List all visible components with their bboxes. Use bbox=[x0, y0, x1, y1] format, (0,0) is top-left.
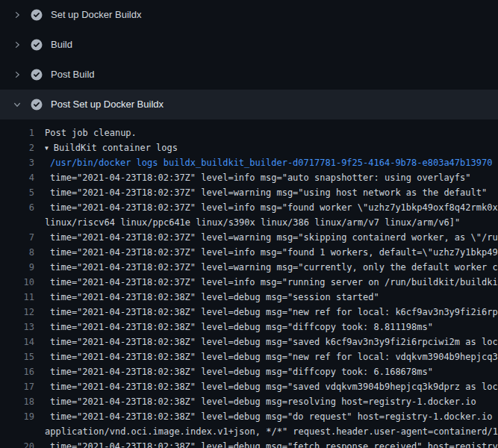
line-text-content: time="2021-04-23T18:02:38Z" level=debug … bbox=[50, 322, 433, 332]
line-text-content: time="2021-04-23T18:02:37Z" level=warnin… bbox=[50, 262, 498, 273]
log-line: linux/riscv64 linux/ppc641e linux/s390x … bbox=[0, 215, 498, 230]
log-line: 1 Post job cleanup. bbox=[0, 125, 498, 140]
log-line: 16 time="2021-04-23T18:02:38Z" level=deb… bbox=[0, 364, 498, 379]
log-line: 5 time="2021-04-23T18:02:37Z" level=warn… bbox=[0, 185, 498, 200]
line-number[interactable]: 17 bbox=[0, 379, 45, 394]
line-text: application/vnd.oci.image.index.v1+json,… bbox=[45, 424, 498, 439]
log-line: 15 time="2021-04-23T18:02:38Z" level=deb… bbox=[0, 349, 498, 364]
line-text: time="2021-04-23T18:02:38Z" level=debug … bbox=[45, 290, 498, 305]
line-number[interactable]: 8 bbox=[0, 245, 45, 260]
step-header[interactable]: Post Build bbox=[0, 60, 498, 90]
line-number[interactable]: 4 bbox=[0, 170, 45, 185]
line-number[interactable]: 16 bbox=[0, 364, 45, 379]
chevron-down-icon bbox=[12, 99, 22, 110]
step-title: Post Set up Docker Buildx bbox=[51, 99, 164, 111]
log-line: 14 time="2021-04-23T18:02:38Z" level=deb… bbox=[0, 335, 498, 349]
line-text-content: time="2021-04-23T18:02:37Z" level=info m… bbox=[50, 247, 498, 258]
line-text-content: time="2021-04-23T18:02:38Z" level=debug … bbox=[50, 352, 498, 362]
line-number[interactable]: 3 bbox=[0, 155, 45, 170]
log-line: 2 ▼BuildKit container logs bbox=[0, 140, 498, 155]
line-text-content: time="2021-04-23T18:02:38Z" level=debug … bbox=[50, 441, 498, 448]
step-title: Build bbox=[51, 39, 72, 51]
line-text-content: time="2021-04-23T18:02:38Z" level=debug … bbox=[50, 382, 498, 392]
step-list: Set up Docker Buildx Build P bbox=[0, 0, 498, 119]
line-text: time="2021-04-23T18:02:37Z" level=warnin… bbox=[45, 260, 498, 275]
line-text: time="2021-04-23T18:02:38Z" level=debug … bbox=[45, 349, 498, 364]
log-line: 20 time="2021-04-23T18:02:38Z" level=deb… bbox=[0, 439, 498, 448]
line-number[interactable]: 5 bbox=[0, 185, 45, 200]
line-number[interactable]: 20 bbox=[0, 439, 45, 448]
log-line: 7 time="2021-04-23T18:02:37Z" level=warn… bbox=[0, 230, 498, 245]
line-number[interactable]: 15 bbox=[0, 349, 45, 364]
log-line: application/vnd.oci.image.index.v1+json,… bbox=[0, 424, 498, 439]
line-number[interactable] bbox=[0, 424, 45, 439]
line-text-content: time="2021-04-23T18:02:38Z" level=debug … bbox=[50, 367, 433, 377]
step-header[interactable]: Post Set up Docker Buildx bbox=[0, 90, 498, 119]
line-text-content: time="2021-04-23T18:02:38Z" level=debug … bbox=[50, 307, 498, 317]
line-text-content: time="2021-04-23T18:02:37Z" level=info m… bbox=[50, 202, 498, 213]
line-text: time="2021-04-23T18:02:38Z" level=debug … bbox=[45, 320, 498, 335]
log-line: 13 time="2021-04-23T18:02:38Z" level=deb… bbox=[0, 320, 498, 335]
line-text: /usr/bin/docker logs buildx_buildkit_bui… bbox=[45, 155, 498, 170]
line-text: time="2021-04-23T18:02:38Z" level=debug … bbox=[45, 394, 498, 409]
line-text: time="2021-04-23T18:02:38Z" level=debug … bbox=[45, 439, 498, 448]
line-text: time="2021-04-23T18:02:38Z" level=debug … bbox=[45, 409, 498, 424]
line-text: time="2021-04-23T18:02:37Z" level=warnin… bbox=[45, 230, 498, 245]
log-line: 3 /usr/bin/docker logs buildx_buildkit_b… bbox=[0, 155, 498, 170]
check-circle-icon bbox=[31, 99, 43, 111]
line-text: time="2021-04-23T18:02:38Z" level=debug … bbox=[45, 335, 498, 349]
line-text-content: time="2021-04-23T18:02:37Z" level=warnin… bbox=[50, 232, 498, 243]
log-line: 18 time="2021-04-23T18:02:38Z" level=deb… bbox=[0, 394, 498, 409]
check-circle-icon bbox=[31, 9, 43, 21]
line-text-content: time="2021-04-23T18:02:37Z" level=warnin… bbox=[50, 187, 487, 198]
log-line: 6 time="2021-04-23T18:02:37Z" level=info… bbox=[0, 200, 498, 215]
line-number[interactable]: 11 bbox=[0, 290, 45, 305]
line-number[interactable] bbox=[0, 215, 45, 230]
line-number[interactable]: 1 bbox=[0, 125, 45, 140]
line-text-content: time="2021-04-23T18:02:38Z" level=debug … bbox=[50, 396, 476, 407]
log-line: 11 time="2021-04-23T18:02:38Z" level=deb… bbox=[0, 290, 498, 305]
step-header[interactable]: Build bbox=[0, 30, 498, 60]
line-text[interactable]: ▼BuildKit container logs bbox=[45, 140, 498, 155]
chevron-right-icon bbox=[12, 40, 22, 50]
log-line: 12 time="2021-04-23T18:02:38Z" level=deb… bbox=[0, 305, 498, 320]
line-number[interactable]: 13 bbox=[0, 320, 45, 335]
line-number[interactable]: 12 bbox=[0, 305, 45, 320]
line-number[interactable]: 14 bbox=[0, 335, 45, 349]
line-text-content: time="2021-04-23T18:02:38Z" level=debug … bbox=[50, 337, 498, 347]
line-text-content: Post job cleanup. bbox=[45, 128, 137, 138]
step-header[interactable]: Set up Docker Buildx bbox=[0, 0, 498, 30]
log-line: 9 time="2021-04-23T18:02:37Z" level=warn… bbox=[0, 260, 498, 275]
chevron-right-icon bbox=[12, 69, 22, 80]
check-circle-icon bbox=[31, 69, 43, 81]
check-circle-icon bbox=[31, 39, 43, 51]
step-title: Set up Docker Buildx bbox=[51, 9, 141, 21]
line-text: time="2021-04-23T18:02:37Z" level=warnin… bbox=[45, 185, 498, 200]
line-text: time="2021-04-23T18:02:37Z" level=info m… bbox=[45, 245, 498, 260]
line-text-content: application/vnd.oci.image.index.v1+json,… bbox=[45, 426, 498, 437]
line-number[interactable]: 9 bbox=[0, 260, 45, 275]
log-line: 17 time="2021-04-23T18:02:38Z" level=deb… bbox=[0, 379, 498, 394]
group-caret-icon: ▼ bbox=[45, 145, 49, 152]
log-line: 10 time="2021-04-23T18:02:37Z" level=inf… bbox=[0, 275, 498, 290]
log-line: 19 time="2021-04-23T18:02:38Z" level=deb… bbox=[0, 409, 498, 424]
log-area: 1 Post job cleanup. 2 ▼BuildKit containe… bbox=[0, 119, 498, 448]
line-number[interactable]: 2 bbox=[0, 140, 45, 155]
line-text-content: linux/riscv64 linux/ppc641e linux/s390x … bbox=[45, 217, 460, 228]
line-text-content: time="2021-04-23T18:02:37Z" level=info m… bbox=[50, 172, 471, 183]
line-text-content: time="2021-04-23T18:02:37Z" level=info m… bbox=[50, 277, 498, 287]
line-number[interactable]: 6 bbox=[0, 200, 45, 215]
line-text: time="2021-04-23T18:02:38Z" level=debug … bbox=[45, 379, 498, 394]
line-text-content: /usr/bin/docker logs buildx_buildkit_bui… bbox=[50, 158, 492, 168]
line-text: time="2021-04-23T18:02:37Z" level=info m… bbox=[45, 170, 498, 185]
line-text: time="2021-04-23T18:02:37Z" level=info m… bbox=[45, 275, 498, 290]
line-number[interactable]: 18 bbox=[0, 394, 45, 409]
step-title: Post Build bbox=[51, 69, 95, 81]
line-number[interactable]: 19 bbox=[0, 409, 45, 424]
line-text: time="2021-04-23T18:02:38Z" level=debug … bbox=[45, 364, 498, 379]
line-text: linux/riscv64 linux/ppc641e linux/s390x … bbox=[45, 215, 498, 230]
line-text: Post job cleanup. bbox=[45, 125, 498, 140]
line-number[interactable]: 10 bbox=[0, 275, 45, 290]
line-number[interactable]: 7 bbox=[0, 230, 45, 245]
line-text-content: BuildKit container logs bbox=[54, 143, 178, 153]
